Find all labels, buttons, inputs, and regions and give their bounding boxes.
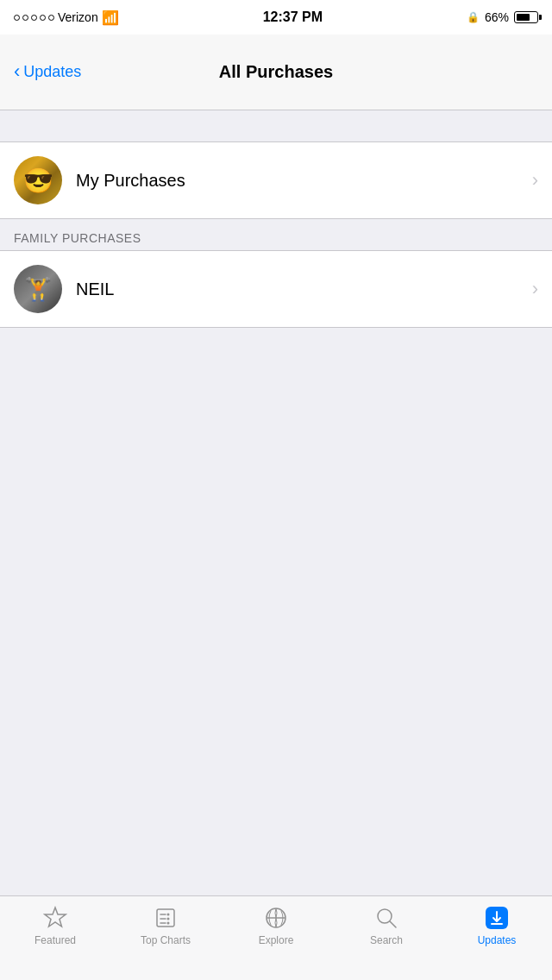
status-left: Verizon 📶 [14,9,119,26]
updates-download-box [486,907,508,929]
battery-icon [514,11,538,23]
back-button[interactable]: ‹ Updates [14,63,81,81]
search-tab-label: Search [370,934,403,946]
neil-item[interactable]: 🏋️ NEIL › [0,251,552,327]
tab-top-charts[interactable]: Top Charts [110,905,221,946]
status-right: 🔒 66% [467,10,538,24]
neil-avatar-emoji: 🏋️ [24,276,52,303]
svg-point-2 [167,914,170,916]
signal-dot-4 [40,15,46,21]
featured-icon [42,905,68,931]
updates-icon [484,905,510,931]
explore-icon [263,905,289,931]
my-purchases-section: 😎 My Purchases › [0,141,552,219]
signal-dot-3 [31,15,37,21]
tab-bar: Featured Top Charts [0,895,552,980]
family-section-header: FAMILY PURCHASES [14,231,141,245]
updates-tab-label: Updates [478,934,517,946]
back-button-label: Updates [23,63,81,81]
neil-chevron-icon: › [532,278,538,300]
search-icon [373,905,399,931]
my-purchases-item[interactable]: 😎 My Purchases › [0,142,552,218]
my-avatar-emoji: 😎 [23,166,53,195]
family-purchases-section: 🏋️ NEIL › [0,250,552,328]
tab-explore[interactable]: Explore [221,905,331,946]
signal-dots [14,15,54,21]
my-purchases-label: My Purchases [76,171,532,191]
content-area [0,328,552,785]
back-chevron-icon: ‹ [14,62,20,81]
carrier-name: Verizon [58,10,98,24]
status-time: 12:37 PM [263,9,323,25]
neil-avatar: 🏋️ [14,265,62,313]
tab-updates[interactable]: Updates [442,905,552,946]
signal-dot-2 [22,15,28,21]
navigation-bar: ‹ Updates All Purchases [0,35,552,110]
family-section-spacer: FAMILY PURCHASES [0,219,552,250]
wifi-icon: 📶 [102,9,119,26]
status-bar: Verizon 📶 12:37 PM 🔒 66% [0,0,552,35]
tab-featured[interactable]: Featured [0,905,110,946]
lock-icon: 🔒 [467,11,480,23]
svg-point-4 [167,918,170,920]
top-charts-tab-label: Top Charts [141,934,191,946]
signal-dot-5 [48,15,54,21]
svg-point-6 [167,922,170,925]
my-purchases-chevron-icon: › [532,169,538,192]
svg-rect-0 [157,909,174,927]
neil-label: NEIL [76,280,532,299]
battery-fill [517,14,530,21]
top-spacer [0,110,552,141]
featured-tab-label: Featured [34,934,76,946]
signal-dot-1 [14,15,20,21]
battery-percent: 66% [485,10,509,24]
page-title: All Purchases [219,62,333,82]
svg-line-10 [390,921,396,927]
my-purchases-avatar: 😎 [14,156,62,204]
explore-tab-label: Explore [259,934,294,946]
top-charts-icon [153,905,179,931]
tab-search[interactable]: Search [331,905,442,946]
